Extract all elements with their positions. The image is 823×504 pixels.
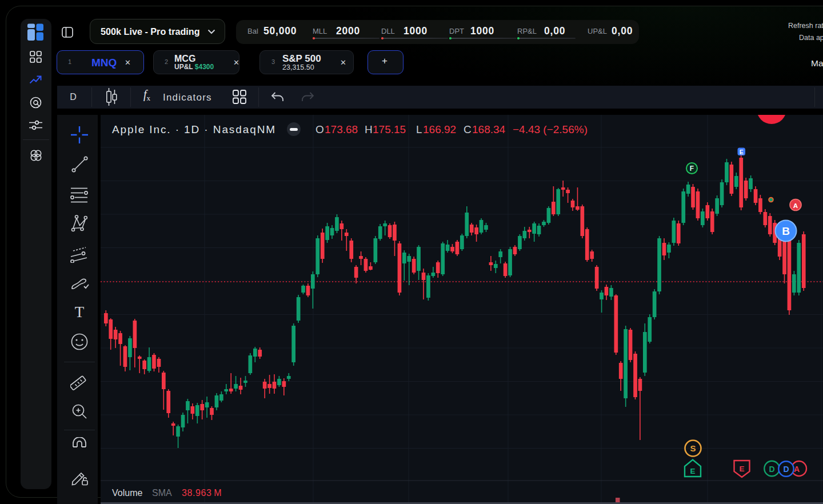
svg-text:E: E [739,465,744,473]
svg-text:D: D [783,465,789,474]
svg-text:F: F [690,165,694,173]
svg-text:B: B [782,225,790,237]
svg-text:A: A [793,202,798,209]
svg-text:E: E [740,149,744,155]
svg-text:A: A [794,465,800,474]
svg-text:E: E [690,467,695,475]
svg-text:D: D [769,465,774,474]
svg-text:S: S [690,443,696,453]
